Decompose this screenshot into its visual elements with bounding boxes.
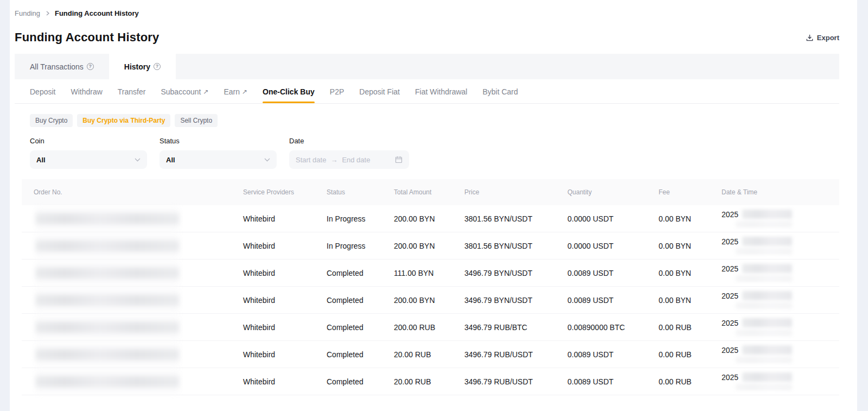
redacted-order-no — [36, 235, 179, 257]
subtab-one-click-buy[interactable]: One-Click Buy — [263, 87, 315, 103]
price-cell: 3801.56 BYN/USDT — [464, 242, 567, 250]
status-select[interactable]: All — [159, 150, 277, 169]
info-icon: ? — [87, 63, 94, 70]
table-header-row: Order No.Service ProvidersStatusTotal Am… — [22, 179, 839, 205]
redacted-order-no — [36, 262, 179, 284]
status-filter-label: Status — [159, 137, 277, 145]
subtab-label: Transfer — [118, 87, 146, 96]
total-amount-cell: 111.00 BYN — [394, 269, 464, 277]
price-cell: 3801.56 BYN/USDT — [464, 214, 567, 223]
subtab-label: One-Click Buy — [263, 87, 315, 96]
chip-buy-crypto[interactable]: Buy Crypto — [30, 114, 73, 127]
order-no-cell — [34, 370, 243, 393]
subtab-deposit-fiat[interactable]: Deposit Fiat — [359, 87, 400, 103]
main-content-card: Funding Funding Account History Funding … — [10, 0, 857, 411]
order-no-cell — [34, 316, 243, 339]
tab-all-transactions[interactable]: All Transactions ? — [15, 54, 109, 79]
quantity-cell: 0.0089 USDT — [567, 296, 659, 305]
fee-cell: 0.00 RUB — [659, 323, 722, 332]
redacted-time — [736, 302, 792, 309]
coin-select-value: All — [36, 156, 46, 164]
fee-cell: 0.00 RUB — [659, 377, 722, 386]
column-header-price: Price — [464, 188, 567, 196]
fee-cell: 0.00 BYN — [659, 214, 722, 223]
table-row: Whitebird Completed 200.00 RUB 3496.79 R… — [22, 314, 839, 341]
table-row: Whitebird In Progress 200.00 BYN 3801.56… — [22, 232, 839, 260]
order-no-cell — [34, 262, 243, 284]
export-label: Export — [817, 34, 839, 42]
service-provider-cell: Whitebird — [243, 296, 327, 305]
total-amount-cell: 200.00 RUB — [394, 323, 464, 332]
table-row: Whitebird Completed 111.00 BYN 3496.79 B… — [22, 260, 839, 287]
datetime-cell: 2025 — [722, 345, 837, 363]
quantity-cell: 0.0000 USDT — [567, 214, 659, 223]
datetime-cell: 2025 — [722, 291, 837, 309]
breadcrumb: Funding Funding Account History — [15, 0, 839, 17]
datetime-cell: 2025 — [722, 237, 837, 255]
table-row: Whitebird Completed 20.00 RUB 3496.79 RU… — [22, 341, 839, 368]
subtab-label: Deposit Fiat — [359, 87, 400, 96]
subtab-withdraw[interactable]: Withdraw — [71, 87, 102, 103]
subtab-bybit-card[interactable]: Bybit Card — [482, 87, 518, 103]
chevron-right-icon — [45, 11, 50, 16]
service-provider-cell: Whitebird — [243, 377, 327, 386]
redacted-time — [736, 357, 792, 363]
export-button[interactable]: Export — [806, 34, 839, 42]
tab-history[interactable]: History ? — [109, 54, 176, 79]
fee-cell: 0.00 BYN — [659, 242, 722, 250]
column-header-fee: Fee — [659, 188, 722, 196]
buy-type-chips: Buy CryptoBuy Crypto via Third-PartySell… — [30, 114, 839, 127]
total-amount-cell: 200.00 BYN — [394, 296, 464, 305]
redacted-time — [736, 248, 792, 255]
date-range-input[interactable]: Start date → End date — [289, 150, 409, 169]
subtab-label: Withdraw — [71, 87, 102, 96]
chip-sell-crypto[interactable]: Sell Crypto — [175, 114, 218, 127]
breadcrumb-funding-link[interactable]: Funding — [15, 9, 40, 17]
subtab-earn[interactable]: Earn↗ — [224, 87, 247, 103]
redacted-date — [742, 237, 792, 246]
tab-label: All Transactions — [30, 62, 84, 71]
subtab-fiat-withdrawal[interactable]: Fiat Withdrawal — [415, 87, 467, 103]
table-body: Whitebird In Progress 200.00 BYN 3801.56… — [22, 205, 839, 395]
price-cell: 3496.79 BYN/USDT — [464, 296, 567, 305]
quantity-cell: 0.0089 USDT — [567, 269, 659, 277]
quantity-cell: 0.0000 USDT — [567, 242, 659, 250]
coin-select[interactable]: All — [30, 150, 147, 169]
subtab-transfer[interactable]: Transfer — [118, 87, 146, 103]
subtab-p2p[interactable]: P2P — [330, 87, 344, 103]
order-no-cell — [34, 235, 243, 257]
chevron-down-icon — [135, 158, 141, 162]
datetime-cell: 2025 — [722, 210, 837, 227]
price-cell: 3496.79 BYN/USDT — [464, 269, 567, 277]
transactions-table: Order No.Service ProvidersStatusTotal Am… — [22, 179, 839, 395]
redacted-order-no — [36, 289, 179, 312]
column-header-status: Status — [327, 188, 394, 196]
subtab-deposit[interactable]: Deposit — [30, 87, 55, 103]
total-amount-cell: 20.00 RUB — [394, 377, 464, 386]
service-provider-cell: Whitebird — [243, 242, 327, 250]
datetime-cell: 2025 — [722, 318, 837, 336]
coin-filter-label: Coin — [30, 137, 147, 145]
external-link-icon: ↗ — [203, 88, 208, 96]
redacted-order-no — [36, 343, 179, 366]
redacted-date — [742, 372, 792, 382]
subtab-label: Deposit — [30, 87, 55, 96]
redacted-order-no — [36, 316, 179, 339]
service-provider-cell: Whitebird — [243, 350, 327, 359]
price-cell: 3496.79 RUB/BTC — [464, 323, 567, 332]
status-cell: Completed — [327, 296, 394, 305]
calendar-icon[interactable] — [395, 156, 403, 163]
chip-buy-crypto-via-third-party[interactable]: Buy Crypto via Third-Party — [77, 114, 170, 127]
column-header-date-time: Date & Time — [722, 188, 837, 196]
order-no-cell — [34, 207, 243, 230]
redacted-order-no — [36, 207, 179, 230]
date-filter-label: Date — [289, 137, 409, 145]
total-amount-cell: 200.00 BYN — [394, 214, 464, 223]
redacted-order-no — [36, 370, 179, 393]
subtab-label: Bybit Card — [482, 87, 518, 96]
total-amount-cell: 200.00 BYN — [394, 242, 464, 250]
redacted-time — [736, 275, 792, 282]
fee-cell: 0.00 RUB — [659, 350, 722, 359]
quantity-cell: 0.0089 USDT — [567, 377, 659, 386]
subtab-subaccount[interactable]: Subaccount↗ — [161, 87, 208, 103]
